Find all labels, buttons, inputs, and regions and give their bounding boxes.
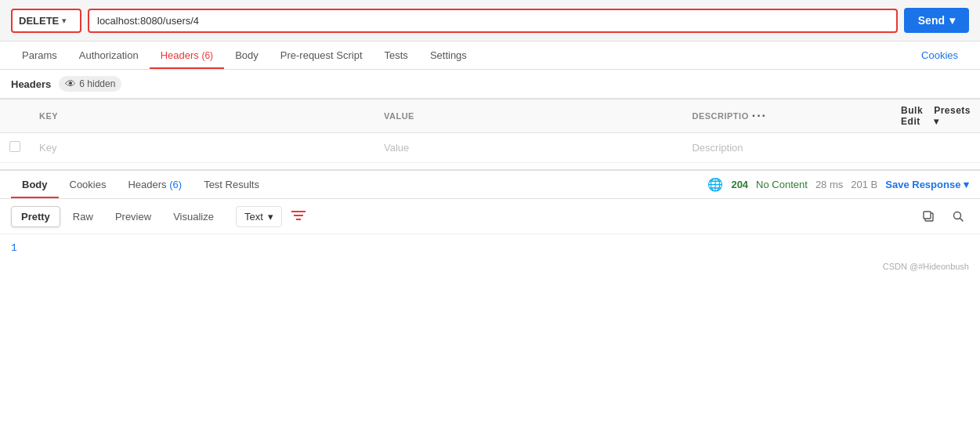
main-tabs: Params Authorization Headers (6) Body Pr… xyxy=(0,42,980,70)
tab-params[interactable]: Params xyxy=(11,42,68,69)
resp-tab-body[interactable]: Body xyxy=(11,171,59,198)
status-text: No Content xyxy=(756,179,808,190)
send-button[interactable]: Send ▾ xyxy=(904,8,969,33)
top-bar: DELETE ▾ Send ▾ xyxy=(0,0,980,42)
headers-section-header: Headers 👁 6 hidden xyxy=(0,70,980,99)
tab-headers-badge: (6) xyxy=(201,50,213,61)
row-key[interactable]: Key xyxy=(30,133,374,163)
save-response-button[interactable]: Save Response ▾ xyxy=(885,179,969,190)
resp-tab-cookies[interactable]: Cookies xyxy=(59,171,118,198)
body-preview-button[interactable]: Preview xyxy=(106,207,161,226)
body-actions xyxy=(917,205,969,227)
format-chevron-icon: ▾ xyxy=(268,211,273,223)
url-input[interactable] xyxy=(97,15,888,27)
svg-line-6 xyxy=(960,219,964,222)
resp-tab-test-results[interactable]: Test Results xyxy=(193,171,270,198)
row-actions xyxy=(891,133,980,163)
table-header-row: KEY VALUE DESCRIPTIO ··· Bulk Edit Prese… xyxy=(0,100,980,133)
bulk-edit-button[interactable]: Bulk Edit xyxy=(901,105,923,127)
status-size: 201 B xyxy=(851,179,877,190)
body-toolbar: Pretty Raw Preview Visualize Text ▾ xyxy=(0,199,980,234)
status-globe-icon: 🌐 xyxy=(707,177,723,192)
th-actions: Bulk Edit Presets ▾ xyxy=(891,100,980,133)
table-row: Key Value Description xyxy=(0,133,980,163)
response-section: Body Cookies Headers (6) Test Results 🌐 … xyxy=(0,169,980,259)
headers-section-title: Headers xyxy=(11,78,51,90)
filter-icon[interactable] xyxy=(291,210,306,223)
status-time: 28 ms xyxy=(815,179,843,190)
th-description: DESCRIPTIO ··· xyxy=(682,100,891,133)
description-more-icon[interactable]: ··· xyxy=(752,109,767,123)
th-value: VALUE xyxy=(374,100,683,133)
method-chevron-icon: ▾ xyxy=(62,16,67,26)
body-pretty-button[interactable]: Pretty xyxy=(11,206,60,227)
tab-pre-request-script[interactable]: Pre-request Script xyxy=(269,42,374,69)
th-checkbox xyxy=(0,100,30,133)
format-select[interactable]: Text ▾ xyxy=(236,206,282,227)
copy-button[interactable] xyxy=(917,205,939,227)
tab-body[interactable]: Body xyxy=(224,42,269,69)
code-area: 1 xyxy=(0,234,980,259)
hidden-count: 6 hidden xyxy=(79,78,115,89)
send-label: Send xyxy=(918,14,945,27)
send-chevron-icon: ▾ xyxy=(949,14,955,27)
row-description[interactable]: Description xyxy=(682,133,891,163)
method-label: DELETE xyxy=(19,15,59,27)
svg-rect-4 xyxy=(924,212,931,219)
response-tabs: Body Cookies Headers (6) Test Results 🌐 … xyxy=(0,171,980,199)
format-label: Text xyxy=(244,211,263,223)
tab-authorization[interactable]: Authorization xyxy=(68,42,150,69)
resp-tab-headers[interactable]: Headers (6) xyxy=(117,171,193,198)
tab-tests[interactable]: Tests xyxy=(374,42,419,69)
presets-button[interactable]: Presets ▾ xyxy=(934,105,971,127)
body-raw-button[interactable]: Raw xyxy=(63,207,103,226)
hidden-headers-badge: 👁 6 hidden xyxy=(59,76,121,92)
search-button[interactable] xyxy=(947,205,969,227)
tab-settings[interactable]: Settings xyxy=(419,42,478,69)
method-selector[interactable]: DELETE ▾ xyxy=(11,9,81,33)
tab-headers[interactable]: Headers (6) xyxy=(150,42,224,69)
row-checkbox xyxy=(0,133,30,163)
response-status: 🌐 204 No Content 28 ms 201 B Save Respon… xyxy=(707,177,969,192)
url-input-wrap xyxy=(88,9,898,33)
watermark: CSDN @#Hideonbush xyxy=(0,259,980,274)
th-key: KEY xyxy=(30,100,374,133)
tab-cookies[interactable]: Cookies xyxy=(910,42,969,69)
body-visualize-button[interactable]: Visualize xyxy=(164,207,223,226)
line-number-1: 1 xyxy=(11,242,17,254)
headers-table: KEY VALUE DESCRIPTIO ··· Bulk Edit Prese… xyxy=(0,99,980,163)
resp-headers-badge: (6) xyxy=(169,179,182,190)
eye-icon: 👁 xyxy=(65,78,76,90)
tab-headers-label: Headers xyxy=(161,49,199,61)
row-value[interactable]: Value xyxy=(374,133,683,163)
status-code: 204 xyxy=(731,179,748,190)
